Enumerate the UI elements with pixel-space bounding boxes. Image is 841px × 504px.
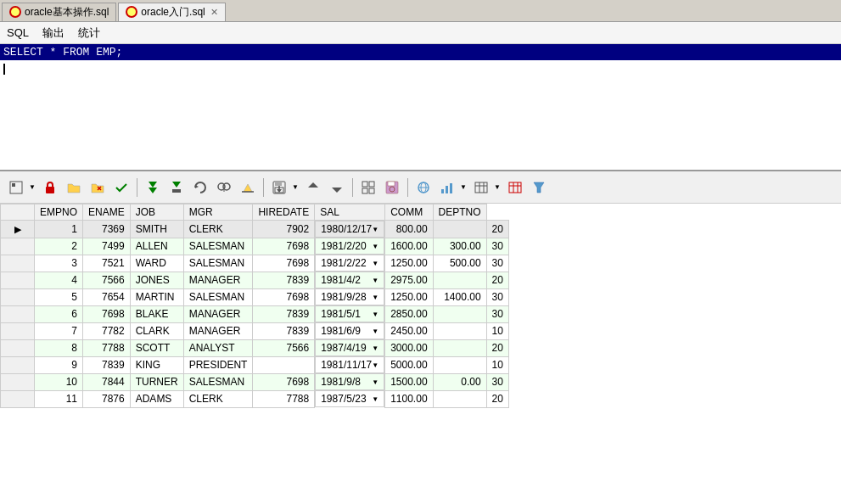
menu-sql[interactable]: SQL — [7, 26, 29, 39]
table-row[interactable]: 97839KINGPRESIDENT1981/11/17▼5000.0010 — [1, 356, 509, 373]
table-button[interactable] — [470, 176, 492, 199]
hiredate-cell: 1981/2/20▼ — [315, 238, 384, 255]
open-folder-button[interactable] — [63, 176, 85, 199]
expand-button[interactable] — [326, 176, 348, 199]
globe-button[interactable] — [412, 176, 435, 199]
tab-oracle-basic-label: oracle基本操作.sql — [25, 5, 109, 20]
chart-dropdown[interactable]: ▼ — [458, 176, 468, 199]
table-row[interactable]: 87788SCOTTANALYST75661987/4/19▼3000.0020 — [1, 339, 509, 356]
col-header-comm[interactable]: COMM — [385, 204, 433, 221]
hiredate-dropdown[interactable]: ▼ — [372, 361, 378, 369]
chart-button[interactable] — [436, 176, 458, 199]
empno-cell: 7499 — [83, 238, 131, 255]
row-number-cell: 3 — [35, 255, 83, 272]
tab-oracle-intro[interactable]: oracle入门.sql ✕ — [118, 3, 225, 21]
disk-button[interactable] — [381, 176, 403, 199]
menu-output[interactable]: 输出 — [42, 25, 64, 41]
menu-stats[interactable]: 统计 — [78, 25, 100, 41]
run-button[interactable] — [142, 176, 164, 199]
table-row[interactable]: 27499ALLENSALESMAN76981981/2/20▼1600.003… — [1, 238, 509, 255]
svg-rect-8 — [172, 189, 181, 193]
hiredate-dropdown[interactable]: ▼ — [372, 395, 378, 403]
svg-marker-5 — [149, 182, 157, 188]
hiredate-dropdown[interactable]: ▼ — [372, 243, 378, 250]
hiredate-cell: 1981/9/28▼ — [315, 288, 384, 305]
comm-cell: 500.00 — [433, 255, 486, 272]
lock-button[interactable] — [39, 176, 61, 199]
sal-cell: 2850.00 — [385, 305, 433, 322]
check-button[interactable] — [110, 176, 132, 199]
hiredate-dropdown[interactable]: ▼ — [372, 260, 378, 267]
svg-marker-20 — [308, 182, 318, 188]
col-header-empno[interactable]: EMPNO — [35, 204, 83, 221]
select-tool-button[interactable] — [5, 176, 27, 199]
toolbar-sep-1 — [137, 178, 137, 197]
col-header-job[interactable]: JOB — [130, 204, 183, 221]
red-table-button[interactable] — [504, 176, 526, 199]
sql-editor[interactable]: SELECT * FROM EMP; — [0, 44, 841, 171]
col-header-sal[interactable]: SAL — [315, 204, 385, 221]
stop-button[interactable] — [165, 176, 188, 199]
hiredate-dropdown[interactable]: ▼ — [372, 277, 378, 284]
job-cell: SALESMAN — [183, 288, 253, 305]
close-folder-button[interactable] — [87, 176, 109, 199]
col-header-mgr[interactable]: MGR — [183, 204, 253, 221]
tab-bar: oracle基本操作.sql oracle入门.sql ✕ — [0, 0, 841, 22]
tab-oracle-intro-label: oracle入门.sql — [141, 5, 205, 20]
svg-point-11 — [223, 183, 230, 190]
collapse-button[interactable] — [302, 176, 324, 199]
grid-icon — [362, 181, 375, 194]
sal-cell: 1600.00 — [385, 238, 433, 255]
hiredate-dropdown[interactable]: ▼ — [372, 311, 378, 318]
tab-close-button[interactable]: ✕ — [210, 7, 218, 18]
deptno-cell: 20 — [486, 390, 508, 407]
red-table-icon — [508, 182, 522, 193]
table-row[interactable]: 57654MARTINSALESMAN76981981/9/28▼1250.00… — [1, 288, 509, 305]
results-area[interactable]: EMPNO ENAME JOB MGR HIREDATE SAL COMM DE… — [0, 204, 841, 504]
save-to-button[interactable] — [268, 176, 290, 199]
grid-button[interactable] — [357, 176, 379, 199]
hiredate-dropdown[interactable]: ▼ — [372, 344, 378, 352]
svg-marker-7 — [172, 182, 181, 188]
ename-cell: JONES — [130, 272, 183, 288]
col-header-deptno[interactable]: DEPTNO — [433, 204, 486, 221]
table-row[interactable]: 117876ADAMSCLERK77881987/5/23▼1100.0020 — [1, 390, 509, 407]
ename-cell: WARD — [130, 255, 183, 272]
table-row[interactable]: 77782CLARKMANAGER78391981/6/9▼2450.0010 — [1, 322, 509, 339]
hiredate-cell: 1987/5/23▼ — [315, 390, 384, 407]
col-header-hiredate[interactable]: HIREDATE — [253, 204, 315, 221]
hiredate-dropdown[interactable]: ▼ — [372, 294, 378, 301]
hiredate-cell: 1981/4/2▼ — [315, 272, 384, 288]
select-tool-dropdown[interactable]: ▼ — [27, 176, 37, 199]
row-number-cell: 11 — [35, 390, 83, 407]
folder-x-icon — [91, 182, 104, 193]
row-pointer-cell — [1, 356, 35, 373]
results-table: EMPNO ENAME JOB MGR HIREDATE SAL COMM DE… — [0, 204, 509, 408]
eraser-icon — [241, 181, 255, 194]
table-dropdown[interactable]: ▼ — [492, 176, 502, 199]
table-row[interactable]: 37521WARDSALESMAN76981981/2/22▼1250.0050… — [1, 255, 509, 272]
clear-button[interactable] — [237, 176, 259, 199]
hiredate-dropdown[interactable]: ▼ — [372, 328, 378, 335]
hiredate-dropdown[interactable]: ▼ — [372, 378, 378, 386]
hiredate-dropdown[interactable]: ▼ — [372, 226, 378, 233]
search-button[interactable] — [213, 176, 235, 199]
save-to-dropdown[interactable]: ▼ — [290, 176, 300, 199]
table-row[interactable]: 47566JONESMANAGER78391981/4/2▼2975.0020 — [1, 272, 509, 288]
table-row[interactable]: 107844TURNERSALESMAN76981981/9/8▼1500.00… — [1, 373, 509, 390]
refresh-button[interactable] — [189, 176, 211, 199]
tab-oracle-basic[interactable]: oracle基本操作.sql — [2, 3, 116, 21]
svg-rect-39 — [509, 182, 521, 193]
svg-marker-19 — [277, 189, 282, 193]
svg-marker-9 — [195, 185, 199, 188]
row-pointer-cell — [1, 373, 35, 390]
row-number-cell: 6 — [35, 305, 83, 322]
col-header-ename[interactable]: ENAME — [83, 204, 131, 221]
mgr-cell: 7566 — [253, 339, 315, 356]
hiredate-cell: 1981/2/22▼ — [315, 255, 384, 272]
svg-rect-2 — [46, 187, 54, 193]
filter-button[interactable] — [528, 176, 550, 199]
deptno-cell: 10 — [486, 356, 508, 373]
table-row[interactable]: 67698BLAKEMANAGER78391981/5/1▼2850.0030 — [1, 305, 509, 322]
table-row[interactable]: ▶17369SMITHCLERK79021980/12/17▼800.0020 — [1, 221, 509, 238]
